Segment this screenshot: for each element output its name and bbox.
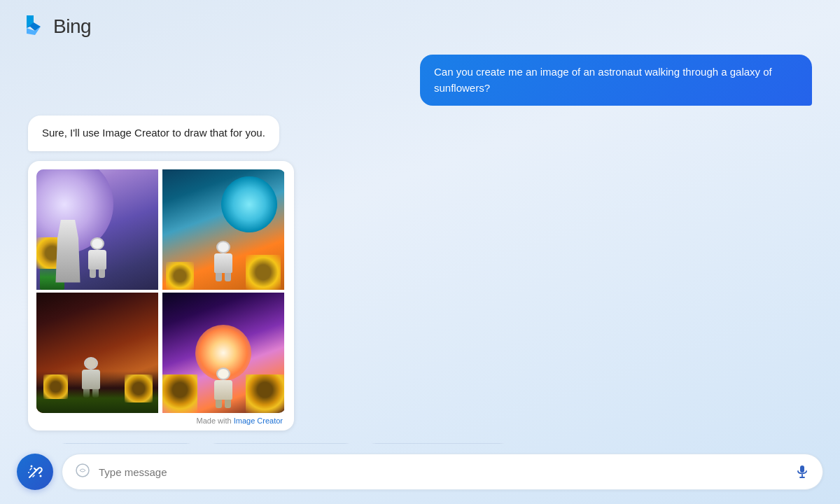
input-bar [0, 444, 840, 504]
svg-point-1 [40, 475, 42, 477]
user-message-row: Can you create me an image of an astrona… [28, 55, 812, 106]
sunflower-head-2 [246, 255, 281, 290]
image-credit: Made with Image Creator [36, 413, 286, 426]
sunflower-head-2b [166, 262, 194, 290]
svg-point-3 [76, 464, 89, 477]
microphone-icon [794, 464, 810, 479]
bing-icon [21, 13, 46, 41]
magic-wand-icon [26, 463, 44, 481]
chat-bubble-icon [75, 463, 90, 482]
sunflower-head-4b [246, 374, 284, 413]
generated-image-2[interactable] [162, 169, 284, 290]
app-name: Bing [53, 15, 91, 38]
generated-image-3[interactable] [36, 293, 158, 413]
svg-point-2 [28, 472, 29, 473]
sunflower-head-3a [43, 374, 68, 399]
image-grid-row: Made with Image Creator [28, 161, 812, 430]
sunflower-head-4a [162, 374, 197, 413]
astronaut-figure-2 [213, 241, 234, 279]
generated-image-4[interactable] [162, 293, 284, 413]
assistant-bubble: Sure, I'll use Image Creator to draw tha… [28, 115, 279, 151]
user-bubble: Can you create me an image of an astrona… [420, 55, 812, 106]
magic-button[interactable] [17, 454, 53, 490]
image-grid [36, 169, 286, 413]
image-grid-container: Made with Image Creator [28, 161, 294, 430]
sunflower-head-1 [36, 237, 68, 269]
generated-image-1[interactable] [36, 169, 158, 290]
svg-rect-4 [800, 465, 804, 472]
astronaut-figure-1 [87, 237, 108, 276]
sunflower-head-3b [125, 374, 153, 402]
assistant-message-row: Sure, I'll use Image Creator to draw tha… [28, 115, 812, 151]
message-input[interactable] [99, 466, 786, 478]
bing-logo: Bing [21, 13, 91, 41]
image-creator-link[interactable]: Image Creator [234, 416, 283, 425]
astronaut-figure-4 [213, 368, 234, 406]
mic-button[interactable] [794, 464, 810, 479]
astronaut-body [88, 250, 106, 270]
header: Bing [0, 0, 840, 48]
text-input-wrapper [62, 454, 823, 490]
astronaut-legs [87, 270, 108, 278]
astronaut-head [90, 237, 104, 250]
chat-area: Can you create me an image of an astrona… [0, 48, 840, 444]
svg-point-0 [31, 465, 33, 468]
